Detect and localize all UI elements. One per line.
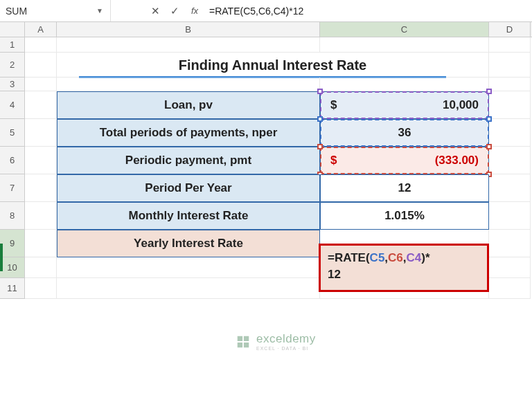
page-title: Finding Annual Interest Rate — [57, 53, 488, 77]
label-loan-pv: Loan, pv — [57, 92, 319, 118]
col-header-D[interactable]: D — [489, 22, 531, 37]
formula-editing-cell[interactable]: =RATE(C5,C6,C4)*12 — [319, 244, 489, 292]
cell-C8[interactable]: 1.015% — [320, 202, 489, 230]
row-header-1[interactable]: 1 — [0, 37, 25, 53]
formula-bar: SUM ▼ ✕ ✓ fx =RATE(C5,C6,C4)*12 — [0, 0, 532, 22]
cell-C4[interactable]: $10,000 — [320, 91, 489, 119]
enter-icon[interactable]: ✓ — [165, 5, 184, 17]
select-all-corner[interactable] — [0, 22, 25, 37]
col-header-A[interactable]: A — [25, 22, 57, 37]
watermark-tagline: EXCEL · DATA · BI — [256, 346, 316, 351]
fx-icon[interactable]: fx — [184, 6, 205, 16]
label-yearly-rate: Yearly Interest Rate — [57, 230, 319, 257]
label-pmt: Periodic payment, pmt — [57, 147, 319, 174]
name-box-container[interactable]: SUM ▼ — [0, 0, 111, 21]
row-header-10[interactable]: 10 — [0, 257, 25, 278]
watermark-logo-icon — [236, 334, 251, 349]
formula-input[interactable]: =RATE(C5,C6,C4)*12 — [205, 6, 532, 17]
watermark: exceldemy EXCEL · DATA · BI — [236, 332, 316, 351]
cancel-icon[interactable]: ✕ — [145, 5, 165, 17]
col-header-C[interactable]: C — [320, 22, 489, 37]
watermark-brand: exceldemy — [256, 332, 316, 346]
row-header-9[interactable]: 9 — [0, 230, 25, 257]
label-monthly-rate: Monthly Interest Rate — [57, 203, 319, 229]
cell-C6[interactable]: $(333.00) — [320, 147, 489, 174]
row-header-2[interactable]: 2 — [0, 53, 25, 77]
row-header-11[interactable]: 11 — [0, 278, 25, 299]
label-period-per-year: Period Per Year — [57, 175, 319, 201]
column-headers: A B C D — [0, 22, 532, 37]
name-box-dropdown-icon[interactable]: ▼ — [92, 7, 107, 15]
row-header-4[interactable]: 4 — [0, 91, 25, 119]
name-box[interactable]: SUM — [6, 6, 92, 17]
row-header-3[interactable]: 3 — [0, 77, 25, 91]
col-header-B[interactable]: B — [57, 22, 320, 37]
row-header-7[interactable]: 7 — [0, 174, 25, 202]
cell-C7[interactable]: 12 — [320, 174, 489, 202]
grid: 1 2 Finding Annual Interest Rate 3 4 Loa… — [0, 37, 532, 299]
row-header-5[interactable]: 5 — [0, 119, 25, 147]
active-row-indicator — [0, 244, 3, 271]
cell-C5[interactable]: 36 — [320, 119, 489, 147]
label-nper: Total periods of payments, nper — [57, 120, 319, 146]
row-header-6[interactable]: 6 — [0, 147, 25, 174]
row-header-8[interactable]: 8 — [0, 202, 25, 230]
